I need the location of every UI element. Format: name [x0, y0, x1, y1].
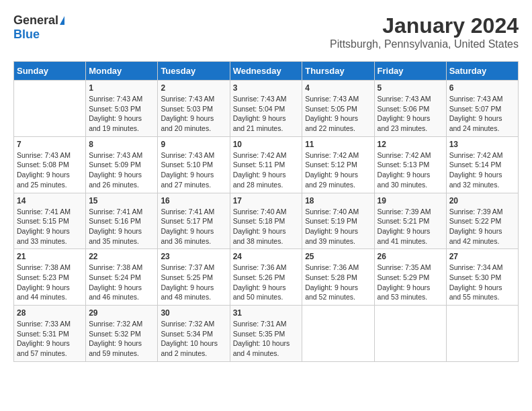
title-block: January 2024 Pittsburgh, Pennsylvania, U… [330, 13, 519, 50]
day-info: Sunrise: 7:38 AM Sunset: 5:24 PM Dayligh… [89, 263, 154, 302]
day-info: Sunrise: 7:43 AM Sunset: 5:09 PM Dayligh… [89, 150, 154, 190]
calendar-table: Sunday Monday Tuesday Wednesday Thursday… [13, 61, 519, 362]
day-info: Sunrise: 7:40 AM Sunset: 5:18 PM Dayligh… [233, 207, 300, 246]
day-number: 5 [378, 83, 443, 93]
calendar-cell: 20Sunrise: 7:39 AM Sunset: 5:22 PM Dayli… [446, 193, 518, 249]
day-info: Sunrise: 7:43 AM Sunset: 5:08 PM Dayligh… [17, 150, 83, 190]
calendar-cell: 2Sunrise: 7:43 AM Sunset: 5:03 PM Daylig… [158, 81, 230, 137]
day-info: Sunrise: 7:31 AM Sunset: 5:35 PM Dayligh… [233, 319, 300, 359]
header-wednesday: Wednesday [230, 62, 302, 81]
location-title: Pittsburgh, Pennsylvania, United States [330, 38, 519, 50]
day-info: Sunrise: 7:32 AM Sunset: 5:34 PM Dayligh… [161, 319, 226, 359]
calendar-cell: 19Sunrise: 7:39 AM Sunset: 5:21 PM Dayli… [374, 193, 446, 249]
calendar-cell: 16Sunrise: 7:41 AM Sunset: 5:17 PM Dayli… [158, 193, 230, 249]
calendar-cell: 15Sunrise: 7:41 AM Sunset: 5:16 PM Dayli… [86, 193, 158, 249]
header-sunday: Sunday [14, 62, 86, 81]
day-number: 13 [449, 140, 515, 149]
day-info: Sunrise: 7:43 AM Sunset: 5:03 PM Dayligh… [161, 94, 226, 134]
day-number: 12 [378, 140, 443, 149]
day-number: 20 [449, 196, 515, 205]
day-number: 30 [161, 308, 226, 318]
day-info: Sunrise: 7:36 AM Sunset: 5:28 PM Dayligh… [305, 263, 371, 302]
day-info: Sunrise: 7:37 AM Sunset: 5:25 PM Dayligh… [161, 263, 226, 302]
day-info: Sunrise: 7:33 AM Sunset: 5:31 PM Dayligh… [17, 319, 83, 359]
header-tuesday: Tuesday [158, 62, 230, 81]
calendar-week-4: 21Sunrise: 7:38 AM Sunset: 5:23 PM Dayli… [14, 249, 519, 306]
day-number: 29 [89, 308, 154, 318]
day-number: 28 [17, 308, 83, 318]
day-info: Sunrise: 7:42 AM Sunset: 5:13 PM Dayligh… [378, 150, 443, 190]
day-number: 22 [89, 252, 154, 261]
day-number: 10 [233, 140, 300, 149]
calendar-cell: 17Sunrise: 7:40 AM Sunset: 5:18 PM Dayli… [230, 193, 302, 249]
logo-blue-text: Blue [13, 28, 40, 42]
day-number: 23 [161, 252, 226, 261]
day-info: Sunrise: 7:39 AM Sunset: 5:22 PM Dayligh… [449, 207, 515, 246]
day-info: Sunrise: 7:43 AM Sunset: 5:05 PM Dayligh… [305, 94, 371, 134]
day-info: Sunrise: 7:42 AM Sunset: 5:14 PM Dayligh… [449, 150, 515, 190]
day-number: 11 [305, 140, 371, 149]
calendar-cell: 25Sunrise: 7:36 AM Sunset: 5:28 PM Dayli… [302, 249, 374, 306]
day-info: Sunrise: 7:35 AM Sunset: 5:29 PM Dayligh… [378, 263, 443, 302]
calendar-cell: 29Sunrise: 7:32 AM Sunset: 5:32 PM Dayli… [86, 306, 158, 362]
calendar-cell: 6Sunrise: 7:43 AM Sunset: 5:07 PM Daylig… [446, 81, 518, 137]
calendar-week-5: 28Sunrise: 7:33 AM Sunset: 5:31 PM Dayli… [14, 306, 519, 362]
calendar-week-2: 7Sunrise: 7:43 AM Sunset: 5:08 PM Daylig… [14, 136, 519, 193]
calendar-cell: 11Sunrise: 7:42 AM Sunset: 5:12 PM Dayli… [302, 136, 374, 193]
day-info: Sunrise: 7:41 AM Sunset: 5:17 PM Dayligh… [161, 207, 226, 246]
day-number: 31 [233, 308, 300, 318]
logo-triangle-icon [60, 16, 64, 25]
day-info: Sunrise: 7:32 AM Sunset: 5:32 PM Dayligh… [89, 319, 154, 359]
header-thursday: Thursday [302, 62, 374, 81]
day-info: Sunrise: 7:42 AM Sunset: 5:12 PM Dayligh… [305, 150, 371, 190]
calendar-cell: 31Sunrise: 7:31 AM Sunset: 5:35 PM Dayli… [230, 306, 302, 362]
calendar-cell: 21Sunrise: 7:38 AM Sunset: 5:23 PM Dayli… [14, 249, 86, 306]
day-info: Sunrise: 7:43 AM Sunset: 5:07 PM Dayligh… [449, 94, 515, 134]
logo: General Blue [13, 13, 64, 42]
calendar-cell: 14Sunrise: 7:41 AM Sunset: 5:15 PM Dayli… [14, 193, 86, 249]
day-number: 25 [305, 252, 371, 261]
day-number: 15 [89, 196, 154, 205]
logo-general-text: General [13, 13, 58, 28]
day-number: 24 [233, 252, 300, 261]
calendar-cell: 10Sunrise: 7:42 AM Sunset: 5:11 PM Dayli… [230, 136, 302, 193]
day-info: Sunrise: 7:41 AM Sunset: 5:16 PM Dayligh… [89, 207, 154, 246]
calendar-cell: 23Sunrise: 7:37 AM Sunset: 5:25 PM Dayli… [158, 249, 230, 306]
calendar-cell: 9Sunrise: 7:43 AM Sunset: 5:10 PM Daylig… [158, 136, 230, 193]
day-info: Sunrise: 7:38 AM Sunset: 5:23 PM Dayligh… [17, 263, 83, 302]
calendar-cell: 8Sunrise: 7:43 AM Sunset: 5:09 PM Daylig… [86, 136, 158, 193]
day-info: Sunrise: 7:40 AM Sunset: 5:19 PM Dayligh… [305, 207, 371, 246]
calendar-cell: 12Sunrise: 7:42 AM Sunset: 5:13 PM Dayli… [374, 136, 446, 193]
day-number: 27 [449, 252, 515, 261]
day-info: Sunrise: 7:43 AM Sunset: 5:10 PM Dayligh… [161, 150, 226, 190]
calendar-cell: 30Sunrise: 7:32 AM Sunset: 5:34 PM Dayli… [158, 306, 230, 362]
calendar-cell: 26Sunrise: 7:35 AM Sunset: 5:29 PM Dayli… [374, 249, 446, 306]
calendar-cell: 4Sunrise: 7:43 AM Sunset: 5:05 PM Daylig… [302, 81, 374, 137]
header-saturday: Saturday [446, 62, 518, 81]
day-number: 21 [17, 252, 83, 261]
calendar-cell: 13Sunrise: 7:42 AM Sunset: 5:14 PM Dayli… [446, 136, 518, 193]
calendar-header: Sunday Monday Tuesday Wednesday Thursday… [14, 62, 519, 81]
day-number: 3 [233, 83, 300, 93]
day-info: Sunrise: 7:42 AM Sunset: 5:11 PM Dayligh… [233, 150, 300, 190]
day-number: 6 [449, 83, 515, 93]
day-number: 19 [378, 196, 443, 205]
day-number: 17 [233, 196, 300, 205]
day-number: 2 [161, 83, 226, 93]
calendar-cell: 22Sunrise: 7:38 AM Sunset: 5:24 PM Dayli… [86, 249, 158, 306]
day-number: 1 [89, 83, 154, 93]
calendar-week-1: 1Sunrise: 7:43 AM Sunset: 5:03 PM Daylig… [14, 81, 519, 137]
day-number: 14 [17, 196, 83, 205]
page-header: General Blue January 2024 Pittsburgh, Pe… [13, 13, 519, 50]
day-number: 7 [17, 140, 83, 149]
calendar-body: 1Sunrise: 7:43 AM Sunset: 5:03 PM Daylig… [14, 81, 519, 362]
calendar-cell [446, 306, 518, 362]
month-title: January 2024 [330, 13, 519, 38]
calendar-cell: 5Sunrise: 7:43 AM Sunset: 5:06 PM Daylig… [374, 81, 446, 137]
day-number: 26 [378, 252, 443, 261]
day-number: 8 [89, 140, 154, 149]
calendar-cell [302, 306, 374, 362]
calendar-cell: 27Sunrise: 7:34 AM Sunset: 5:30 PM Dayli… [446, 249, 518, 306]
day-info: Sunrise: 7:34 AM Sunset: 5:30 PM Dayligh… [449, 263, 515, 302]
calendar-cell [374, 306, 446, 362]
